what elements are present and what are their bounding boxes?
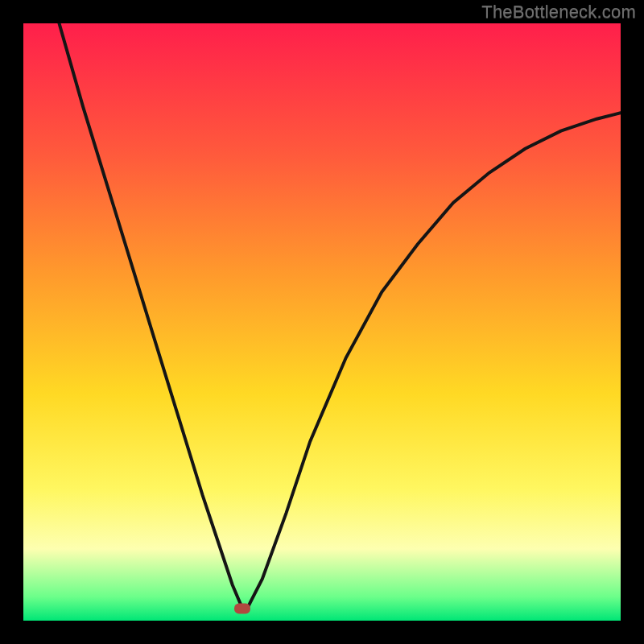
optimum-marker <box>234 604 250 614</box>
watermark-text: TheBottleneck.com <box>481 2 636 23</box>
chart-frame: TheBottleneck.com <box>0 0 644 644</box>
bottleneck-curve <box>23 23 621 621</box>
plot-area <box>23 23 621 621</box>
